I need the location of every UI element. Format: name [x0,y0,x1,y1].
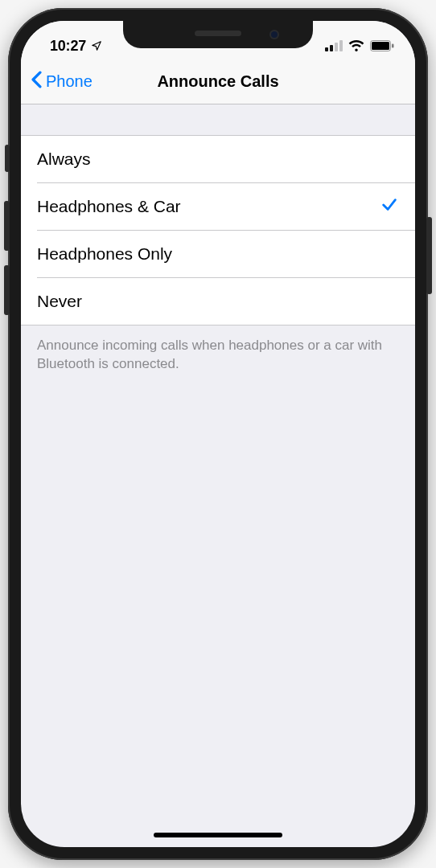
option-label: Headphones Only [37,244,172,264]
chevron-left-icon [31,71,43,92]
status-left: 10:27 [50,38,102,55]
option-label: Headphones & Car [37,197,181,216]
home-indicator[interactable] [154,833,282,837]
navigation-bar: Phone Announce Calls [21,59,415,104]
volume-up-button [4,201,10,251]
checkmark-icon [380,196,399,218]
option-headphones-only[interactable]: Headphones Only [21,231,415,277]
svg-rect-2 [392,44,394,48]
screen: 10:27 [21,21,415,847]
status-right [325,40,394,51]
mute-switch [5,145,10,172]
svg-rect-1 [372,42,389,50]
volume-down-button [4,265,10,315]
wifi-icon [348,40,364,51]
option-headphones-and-car[interactable]: Headphones & Car [21,183,415,230]
front-camera [269,30,279,39]
back-button-label: Phone [46,72,93,91]
option-always[interactable]: Always [21,136,415,182]
battery-icon [370,40,394,51]
option-label: Always [37,149,91,169]
status-time: 10:27 [50,38,86,55]
back-button[interactable]: Phone [31,71,93,92]
group-spacer [21,104,415,135]
option-never[interactable]: Never [21,278,415,325]
cellular-signal-icon [325,40,343,51]
location-services-icon [91,40,102,51]
speaker-grille [195,31,241,36]
footer-description: Announce incoming calls when headphones … [21,326,415,374]
option-label: Never [37,292,82,311]
iphone-device-frame: 10:27 [8,8,428,860]
notch [123,21,313,48]
power-button [426,217,432,294]
announce-calls-options-list: Always Headphones & Car Headphones Only … [21,135,415,326]
